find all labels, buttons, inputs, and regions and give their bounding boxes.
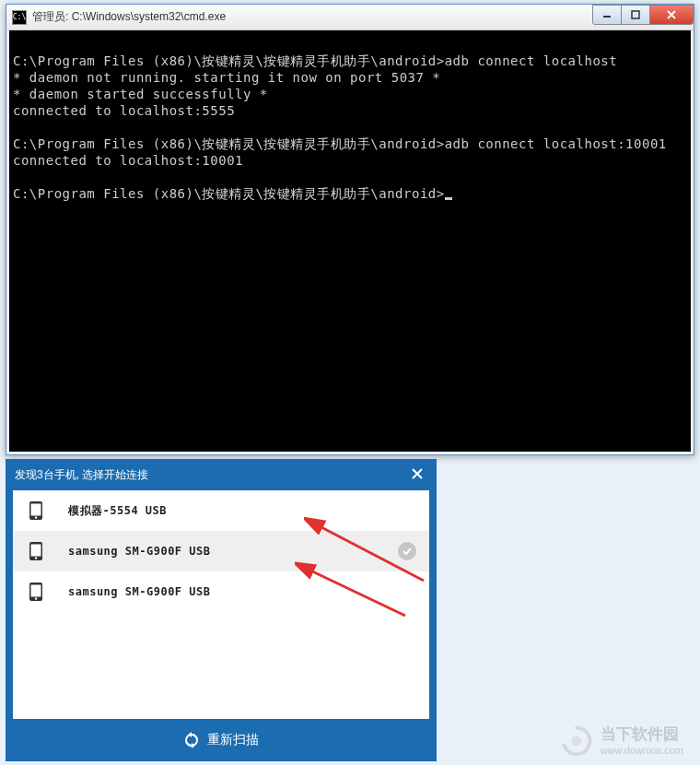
dialog-title: 发现3台手机, 选择开始连接	[15, 467, 407, 483]
svg-rect-3	[31, 504, 41, 516]
svg-rect-9	[31, 585, 41, 597]
refresh-icon	[183, 732, 200, 748]
watermark: 当下软件园 www.downxia.com	[560, 724, 683, 758]
device-row[interactable]: samsung SM-G900F USB	[13, 531, 429, 571]
watermark-url: www.downxia.com	[601, 745, 683, 757]
watermark-name: 当下软件园	[601, 725, 683, 744]
rescan-button[interactable]: 重新扫描	[6, 719, 437, 761]
watermark-logo-icon	[560, 724, 593, 758]
device-label: samsung SM-G900F USB	[68, 585, 416, 598]
device-label: 模拟器-5554 USB	[68, 503, 416, 519]
cmd-app-icon: C:\	[12, 10, 27, 25]
device-label: samsung SM-G900F USB	[68, 545, 398, 558]
cmd-titlebar[interactable]: C:\ 管理员: C:\Windows\system32\cmd.exe	[6, 5, 694, 30]
device-row[interactable]: 模拟器-5554 USB	[13, 490, 429, 531]
maximize-icon	[631, 10, 640, 19]
svg-point-7	[35, 557, 37, 559]
minimize-button[interactable]	[592, 5, 622, 25]
dialog-header[interactable]: 发现3台手机, 选择开始连接	[6, 459, 437, 490]
check-icon	[398, 542, 416, 560]
close-icon	[666, 9, 677, 20]
svg-rect-6	[31, 545, 41, 557]
cmd-title: 管理员: C:\Windows\system32\cmd.exe	[32, 9, 593, 25]
phone-icon	[26, 583, 46, 601]
phone-icon	[26, 542, 46, 560]
svg-point-13	[571, 736, 581, 747]
svg-point-10	[35, 597, 37, 599]
device-row[interactable]: samsung SM-G900F USB	[13, 571, 429, 612]
rescan-label: 重新扫描	[207, 732, 259, 748]
window-controls	[593, 5, 694, 25]
cmd-window: C:\ 管理员: C:\Windows\system32\cmd.exe C:\…	[6, 4, 694, 455]
cmd-terminal-body[interactable]: C:\Program Files (x86)\按键精灵\按键精灵手机助手\and…	[6, 30, 694, 454]
close-icon	[411, 467, 424, 480]
maximize-button[interactable]	[621, 5, 650, 25]
svg-rect-1	[632, 11, 639, 18]
close-button[interactable]	[649, 5, 694, 25]
device-list: 模拟器-5554 USBsamsung SM-G900F USBsamsung …	[13, 490, 429, 719]
phone-connect-dialog: 发现3台手机, 选择开始连接 模拟器-5554 USBsamsung SM-G9…	[6, 459, 437, 761]
svg-rect-0	[603, 16, 611, 18]
minimize-icon	[602, 10, 612, 19]
phone-icon	[26, 501, 46, 520]
svg-point-4	[35, 516, 37, 518]
dialog-close-button[interactable]	[407, 465, 427, 485]
